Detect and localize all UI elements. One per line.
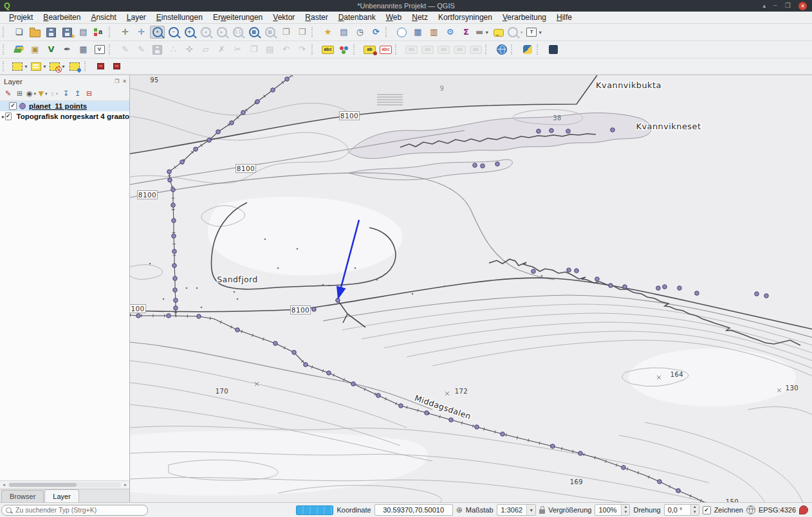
save-project-button[interactable] — [44, 26, 59, 39]
menu-einstellungen[interactable]: Einstellungen — [151, 12, 208, 23]
dropdown-arrow-icon[interactable]: ▼ — [538, 30, 542, 35]
map-tips-button[interactable] — [491, 26, 506, 39]
new-spatial-bookmark-button[interactable]: ★ — [320, 26, 335, 39]
style-manager-button[interactable]: a — [92, 26, 107, 39]
menu-web[interactable]: Web — [381, 12, 407, 23]
select-features-button[interactable]: ▼ — [12, 60, 29, 73]
filter-legend-button[interactable]: ▼▾ — [37, 88, 48, 99]
show-bookmarks-button[interactable]: ▤ — [337, 26, 351, 39]
vertex-tool-button[interactable]: ✜ — [182, 43, 197, 56]
layers-panel-hscrollbar[interactable]: ◂ ▸ — [0, 480, 129, 489]
map-image[interactable]: 9581009Kvannvikbukta38Kvannvikneset81008… — [130, 75, 812, 502]
crs-globe-icon[interactable] — [746, 505, 755, 514]
close-button[interactable]: ✕ — [798, 2, 807, 10]
data-source-manager-button[interactable] — [12, 43, 26, 56]
redo-button[interactable]: ↷ — [295, 43, 309, 56]
keep-above-button[interactable]: ▴ — [762, 1, 766, 10]
menu-projekt[interactable]: Projekt — [4, 12, 38, 23]
manage-map-themes-button[interactable]: ◉▾ — [26, 88, 37, 99]
zoom-full-extent-button[interactable]: ✛ — [182, 26, 197, 39]
delete-selected-button[interactable]: ✗ — [214, 43, 229, 56]
zoom-next-button[interactable]: ▸ — [214, 26, 229, 39]
open-layer-styling-button[interactable]: ✎ — [3, 88, 14, 99]
rotate-label-button[interactable]: ab — [436, 43, 451, 56]
new-print-layout-button[interactable]: ▤ — [76, 26, 91, 39]
scrollbar-thumb[interactable] — [9, 483, 77, 487]
pan-to-selection-button[interactable]: ✛ — [134, 26, 149, 39]
scroll-right-icon[interactable]: ▸ — [122, 482, 129, 487]
menu-raster[interactable]: Raster — [300, 12, 333, 23]
cut-features-button[interactable]: ✂ — [230, 43, 245, 56]
new-shapefile-layer-button[interactable]: V — [44, 43, 59, 56]
panel-close-button[interactable]: ✕ — [122, 78, 127, 85]
identify-features-button[interactable] — [394, 26, 409, 39]
layer-visibility-checkbox[interactable]: ✓ — [9, 102, 17, 110]
new-3d-map-view-button[interactable]: ❒ — [295, 26, 309, 39]
dropdown-arrow-icon[interactable]: ▼ — [42, 64, 47, 69]
minimize-button[interactable]: − — [773, 1, 777, 10]
new-virtual-layer-button[interactable]: V — [92, 43, 107, 56]
zoom-in-button[interactable]: + — [150, 26, 165, 39]
search-input[interactable] — [14, 505, 143, 514]
pan-map-button[interactable]: ✛ — [118, 26, 133, 39]
zoom-to-selection-button[interactable]: ▦ — [263, 26, 277, 39]
crs-value[interactable]: EPSG:4326 — [759, 506, 796, 514]
new-project-button[interactable]: ❏ — [12, 26, 26, 39]
save-project-as-button[interactable]: ★ — [60, 26, 75, 39]
tab-layer[interactable]: Layer — [44, 489, 79, 502]
maximize-button[interactable]: ❒ — [785, 1, 791, 10]
filter-by-expression-button[interactable]: ε▾ — [49, 88, 60, 99]
processing-toolbox-button[interactable]: ⚙ — [443, 26, 457, 39]
refresh-map-button[interactable]: ⟳ — [369, 26, 383, 39]
place-search-button[interactable]: ▼ — [507, 26, 524, 39]
dropdown-arrow-icon[interactable]: ▼ — [61, 64, 66, 69]
deselect-features-button[interactable]: ▼ — [49, 60, 66, 73]
zoom-native-resolution-button[interactable]: 1:1 — [230, 26, 245, 39]
highlight-pinned-labels-button[interactable]: abc — [378, 43, 393, 56]
remove-layer-button[interactable]: ⊟ — [84, 88, 95, 99]
plugin-tool-2-button[interactable] — [109, 60, 124, 73]
layer-row[interactable]: ✓planet_11 points — [0, 101, 129, 111]
spin-up-icon[interactable]: ▲ — [691, 505, 699, 510]
collapse-all-button[interactable]: ↥ — [72, 88, 83, 99]
python-console-button[interactable] — [520, 43, 535, 56]
zoom-to-layer-button[interactable]: ▤ — [246, 26, 261, 39]
menu-vektor[interactable]: Vektor — [268, 12, 300, 23]
expand-all-button[interactable]: ↧ — [60, 88, 71, 99]
new-geopackage-layer-button[interactable]: ▣ — [28, 43, 42, 56]
help-contents-button[interactable] — [546, 43, 560, 56]
locator-search[interactable] — [1, 505, 148, 516]
undo-button[interactable]: ↶ — [279, 43, 293, 56]
statistical-summary-button[interactable]: ▥ — [427, 26, 441, 39]
magnifier-spinbox[interactable]: 100% ▲▼ — [595, 504, 630, 516]
spin-down-icon[interactable]: ▼ — [691, 510, 699, 515]
coordinate-input[interactable] — [378, 505, 450, 515]
panel-float-button[interactable]: ❐ — [115, 78, 119, 85]
open-project-button[interactable] — [28, 26, 42, 39]
show-hide-labels-button[interactable]: ab — [420, 43, 435, 56]
menu-kortforsyningen[interactable]: Kortforsyningen — [433, 12, 497, 23]
expander-icon[interactable]: ▸ — [2, 114, 5, 120]
menu-bearbeiten[interactable]: Bearbeiten — [38, 12, 86, 23]
add-group-button[interactable]: ⊞ — [14, 88, 25, 99]
dropdown-arrow-icon[interactable]: ▼ — [519, 30, 524, 35]
dropdown-arrow-icon[interactable]: ▼ — [484, 30, 489, 35]
paste-features-button[interactable]: ▤ — [263, 43, 277, 56]
new-spatialite-layer-button[interactable]: ✒ — [60, 43, 75, 56]
map-canvas[interactable]: 9581009Kvannvikbukta38Kvannvikneset81008… — [130, 75, 812, 502]
scale-combobox[interactable]: 1:3062 ▼ — [497, 504, 537, 516]
select-by-location-button[interactable] — [68, 60, 82, 73]
zoom-last-button[interactable]: ◂ — [198, 26, 213, 39]
plugin-tool-1-button[interactable] — [93, 60, 108, 73]
toggle-editing-button[interactable]: ✎ — [134, 43, 149, 56]
scroll-left-icon[interactable]: ◂ — [0, 482, 8, 487]
menu-ansicht[interactable]: Ansicht — [86, 12, 121, 23]
menu-datenbank[interactable]: Datenbank — [333, 12, 381, 23]
spin-down-icon[interactable]: ▼ — [622, 510, 629, 515]
messages-icon[interactable] — [799, 505, 808, 514]
select-features-by-value-button[interactable]: ▼ — [30, 60, 48, 73]
copy-features-button[interactable]: ❐ — [246, 43, 261, 56]
metasearch-button[interactable] — [494, 43, 509, 56]
temporal-controller-button[interactable]: ◷ — [353, 26, 367, 39]
current-edits-button[interactable]: ✎ — [118, 43, 133, 56]
